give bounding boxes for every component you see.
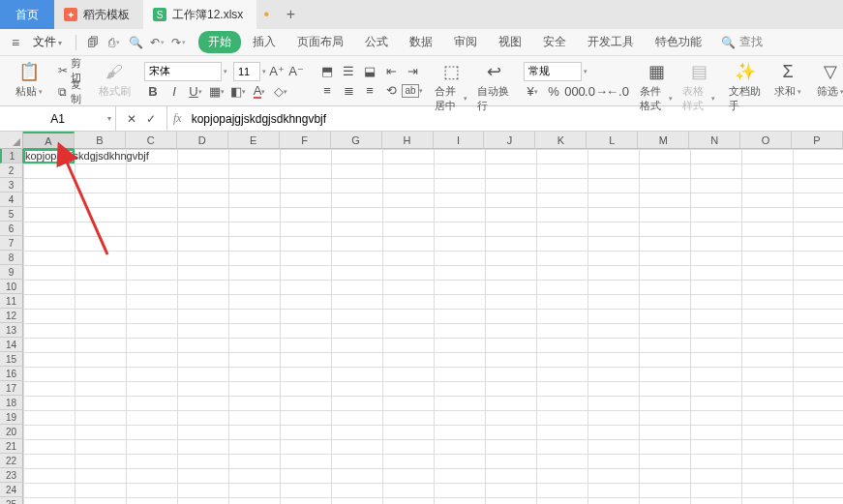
row-header-7[interactable]: 7 xyxy=(0,236,23,251)
table-style-button[interactable]: ▤表格样式▾ xyxy=(682,61,715,113)
confirm-edit-button[interactable]: ✓ xyxy=(143,111,159,127)
select-all-corner[interactable] xyxy=(0,132,23,149)
app-menu-icon[interactable]: ≡ xyxy=(8,35,23,50)
row-header-24[interactable]: 24 xyxy=(0,483,23,497)
file-menu[interactable]: 文件▾ xyxy=(27,34,68,50)
col-header-B[interactable]: B xyxy=(75,132,126,149)
col-header-I[interactable]: I xyxy=(434,132,485,149)
qat-print-icon[interactable]: ⎙▾ xyxy=(105,34,123,51)
search-button[interactable]: 🔍 查找 xyxy=(721,34,763,50)
row-header-5[interactable]: 5 xyxy=(0,207,23,222)
decrease-font-icon[interactable]: A⁻ xyxy=(287,63,305,80)
decrease-decimal-icon[interactable]: ←.0 xyxy=(609,83,626,101)
row-header-15[interactable]: 15 xyxy=(0,352,23,367)
ribbon-tab-view[interactable]: 视图 xyxy=(489,31,531,53)
ribbon-tab-pagelayout[interactable]: 页面布局 xyxy=(287,31,353,53)
row-header-21[interactable]: 21 xyxy=(0,439,23,454)
text-direction-icon[interactable]: ab▾ xyxy=(404,82,421,100)
paste-button[interactable]: 📋 粘贴▾ xyxy=(13,61,45,99)
font-name-drop[interactable]: ▾ xyxy=(224,68,227,75)
row-header-18[interactable]: 18 xyxy=(0,396,23,410)
underline-button[interactable]: U▾ xyxy=(187,83,204,101)
col-header-E[interactable]: E xyxy=(228,132,280,149)
font-size-input[interactable] xyxy=(233,62,260,81)
ribbon-tab-features[interactable]: 特色功能 xyxy=(646,31,711,53)
row-header-14[interactable]: 14 xyxy=(0,338,23,352)
wrap-text-button[interactable]: ↩自动换行 xyxy=(477,61,510,113)
thousands-icon[interactable]: 000 xyxy=(566,83,584,101)
row-header-10[interactable]: 10 xyxy=(0,280,23,294)
format-painter-button[interactable]: 🖌 格式刷 xyxy=(98,61,131,99)
increase-font-icon[interactable]: A⁺ xyxy=(268,63,286,80)
filter-button[interactable]: ▽筛选▾ xyxy=(814,61,843,99)
row-header-3[interactable]: 3 xyxy=(0,178,23,193)
doc-assistant-button[interactable]: ✨文档助手 xyxy=(729,61,762,113)
ribbon-tab-devtools[interactable]: 开发工具 xyxy=(578,31,644,53)
tab-home[interactable]: 首页 xyxy=(0,0,54,29)
col-header-A[interactable]: A xyxy=(23,132,75,149)
fill-color-button[interactable]: ◧▾ xyxy=(229,83,247,101)
increase-decimal-icon[interactable]: .0→ xyxy=(587,83,605,101)
col-header-G[interactable]: G xyxy=(331,132,382,149)
percent-icon[interactable]: % xyxy=(545,83,562,101)
copy-button[interactable]: ⧉复制 xyxy=(55,82,88,102)
row-header-22[interactable]: 22 xyxy=(0,454,23,468)
font-name-input[interactable] xyxy=(144,62,222,81)
col-header-N[interactable]: N xyxy=(689,132,740,149)
row-header-2[interactable]: 2 xyxy=(0,163,23,178)
row-header-12[interactable]: 12 xyxy=(0,309,23,323)
bold-button[interactable]: B xyxy=(144,83,162,101)
row-header-8[interactable]: 8 xyxy=(0,251,23,265)
orientation-icon[interactable]: ⟲ xyxy=(382,82,400,100)
clear-format-button[interactable]: ◇▾ xyxy=(272,83,289,101)
sum-button[interactable]: Σ求和▾ xyxy=(771,61,804,99)
align-left-icon[interactable]: ≡ xyxy=(318,82,336,100)
row-header-25[interactable]: 25 xyxy=(0,497,23,504)
font-size-drop[interactable]: ▾ xyxy=(262,68,266,75)
row-header-4[interactable]: 4 xyxy=(0,193,23,207)
border-button[interactable]: ▦▾ xyxy=(208,83,226,101)
col-header-D[interactable]: D xyxy=(177,132,228,149)
qat-redo-icon[interactable]: ↷▾ xyxy=(169,34,187,51)
col-header-M[interactable]: M xyxy=(638,132,689,149)
conditional-format-button[interactable]: ▦条件格式▾ xyxy=(640,61,673,113)
formula-input[interactable] xyxy=(188,112,843,126)
row-header-6[interactable]: 6 xyxy=(0,222,23,236)
row-header-19[interactable]: 19 xyxy=(0,410,23,425)
row-header-11[interactable]: 11 xyxy=(0,294,23,309)
tab-templates[interactable]: ✦ 稻壳模板 xyxy=(54,0,143,29)
align-bottom-icon[interactable]: ⬓ xyxy=(361,63,378,80)
number-format-drop[interactable]: ▾ xyxy=(584,68,587,75)
col-header-P[interactable]: P xyxy=(792,132,843,149)
new-tab-button[interactable]: + xyxy=(276,6,305,23)
ribbon-tab-data[interactable]: 数据 xyxy=(400,31,442,53)
indent-decrease-icon[interactable]: ⇤ xyxy=(382,63,400,80)
ribbon-tab-start[interactable]: 开始 xyxy=(198,31,241,53)
row-header-20[interactable]: 20 xyxy=(0,425,23,439)
ribbon-tab-insert[interactable]: 插入 xyxy=(243,31,286,53)
ribbon-tab-formula[interactable]: 公式 xyxy=(355,31,398,53)
col-header-K[interactable]: K xyxy=(535,132,587,149)
qat-preview-icon[interactable]: 🔍 xyxy=(127,34,144,51)
col-header-C[interactable]: C xyxy=(126,132,177,149)
indent-increase-icon[interactable]: ⇥ xyxy=(404,63,421,80)
col-header-J[interactable]: J xyxy=(484,132,535,149)
row-header-23[interactable]: 23 xyxy=(0,468,23,483)
col-header-H[interactable]: H xyxy=(382,132,434,149)
cancel-edit-button[interactable]: ✕ xyxy=(124,111,139,127)
align-right-icon[interactable]: ≡ xyxy=(361,82,378,100)
col-header-F[interactable]: F xyxy=(280,132,331,149)
align-middle-icon[interactable]: ☰ xyxy=(340,63,357,80)
align-top-icon[interactable]: ⬒ xyxy=(318,63,336,80)
row-header-1[interactable]: 1 xyxy=(0,149,23,163)
number-format-select[interactable] xyxy=(524,62,582,81)
row-header-17[interactable]: 17 xyxy=(0,381,23,396)
row-header-13[interactable]: 13 xyxy=(0,323,23,338)
italic-button[interactable]: I xyxy=(166,83,183,101)
align-center-icon[interactable]: ≣ xyxy=(340,82,357,100)
font-color-button[interactable]: A▾ xyxy=(251,83,268,101)
currency-icon[interactable]: ¥▾ xyxy=(524,83,541,101)
merge-center-button[interactable]: ⬚合并居中▾ xyxy=(435,61,467,113)
row-header-16[interactable]: 16 xyxy=(0,367,23,381)
name-box-drop[interactable]: ▾ xyxy=(107,114,111,123)
